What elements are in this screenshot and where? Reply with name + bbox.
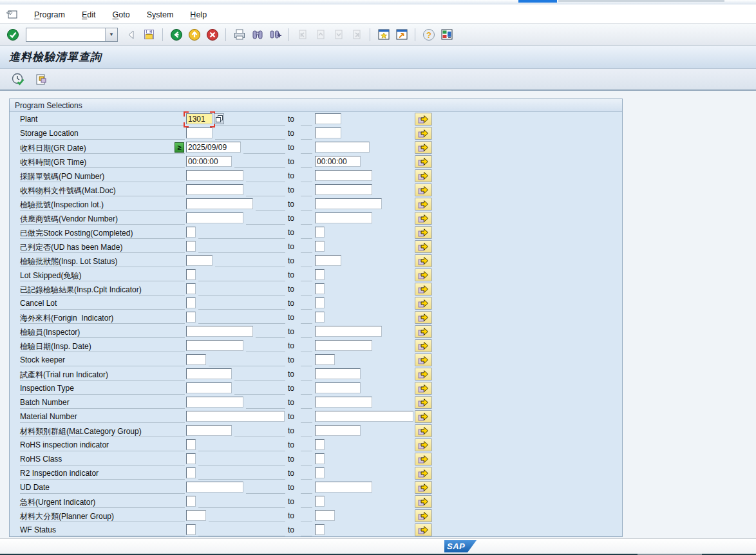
multiple-selection-button-foreign-indicator[interactable] [415,311,432,324]
field-insp-date-to[interactable] [315,340,372,351]
find-next-icon[interactable] [268,27,283,42]
field-urgent-to[interactable] [315,496,325,507]
menu-program[interactable]: Program [26,7,73,23]
field-gr-date-to[interactable] [315,142,370,153]
field-ud-date-to[interactable] [315,482,372,493]
field-planner-group-from[interactable] [186,510,206,521]
field-rohs-class-to[interactable] [315,453,325,464]
menu-system[interactable]: System [138,7,182,23]
field-rohs-class-from[interactable] [186,453,196,464]
field-insp-date-from[interactable] [186,340,243,351]
nav-exit-icon[interactable] [187,27,202,42]
multiple-selection-button-gr-time[interactable] [415,155,432,168]
find-icon[interactable] [250,27,265,42]
field-batch-number-to[interactable] [315,397,372,408]
first-page-icon[interactable] [295,27,310,42]
create-shortcut-icon[interactable] [394,27,409,42]
field-po-number-from[interactable] [186,170,243,181]
multiple-selection-button-po-number[interactable] [415,169,432,182]
field-batch-number-from[interactable] [186,397,243,408]
multiple-selection-button-completed[interactable] [415,226,432,239]
field-inspector-from[interactable] [186,326,253,337]
page-up-icon[interactable] [313,27,328,42]
help-icon[interactable]: ? [421,27,436,42]
field-gr-time-to[interactable] [315,156,361,167]
multiple-selection-button-storage-location[interactable] [415,127,432,140]
multiple-selection-button-r2-inspection[interactable] [415,467,432,480]
field-ud-date-from[interactable] [186,482,243,493]
command-dropdown-icon[interactable]: ▼ [105,28,117,41]
save-icon[interactable] [142,27,156,42]
multiple-selection-button-mat-category-group[interactable] [415,424,432,437]
field-stock-keeper-to[interactable] [315,354,335,365]
field-insp-lot-status-from[interactable] [186,255,213,266]
last-page-icon[interactable] [349,27,364,42]
field-ud-made-to[interactable] [315,241,325,252]
field-wf-status-to[interactable] [315,524,325,535]
multiple-selection-button-inspection-lot[interactable] [415,198,432,211]
multiple-selection-button-inspector[interactable] [415,325,432,338]
field-insp-cplt-from[interactable] [186,283,196,294]
new-session-icon[interactable] [376,27,391,42]
multiple-selection-button-cancel-lot[interactable] [415,297,432,310]
command-input[interactable] [26,30,105,40]
field-plant-from[interactable] [186,113,213,124]
multiple-selection-button-material-number[interactable] [415,410,432,423]
menu-goto[interactable]: Goto [104,7,138,23]
field-lot-skipped-from[interactable] [186,269,196,280]
field-foreign-indicator-to[interactable] [315,312,325,323]
possible-entries-icon[interactable] [214,113,224,124]
field-material-number-from[interactable] [186,411,285,422]
field-inspection-lot-from[interactable] [186,198,253,209]
field-inspector-to[interactable] [315,326,382,337]
field-inspection-type-from[interactable] [186,382,232,393]
multiple-selection-button-lot-skipped[interactable] [415,268,432,281]
customize-layout-icon[interactable] [439,27,454,42]
page-down-icon[interactable] [331,27,346,42]
field-mat-doc-from[interactable] [186,184,243,195]
field-material-number-to[interactable] [315,411,413,422]
field-mat-category-group-to[interactable] [315,425,361,436]
field-rohs-inspection-from[interactable] [186,439,196,450]
multiple-selection-button-insp-cplt[interactable] [415,283,432,296]
field-plant-to[interactable] [315,113,341,124]
field-trial-run-to[interactable] [315,368,361,379]
multiple-selection-button-planner-group[interactable] [415,509,432,522]
multiple-selection-button-gr-date[interactable] [415,141,432,154]
field-planner-group-to[interactable] [315,510,335,521]
field-gr-time-from[interactable] [186,156,232,167]
multiple-selection-button-insp-date[interactable] [415,339,432,352]
field-stock-keeper-from[interactable] [186,354,206,365]
field-cancel-lot-from[interactable] [186,297,196,308]
field-insp-cplt-to[interactable] [315,283,325,294]
print-icon[interactable] [232,27,247,42]
field-ud-made-from[interactable] [186,241,196,252]
multiple-selection-button-rohs-class[interactable] [415,453,432,466]
multiple-selection-button-vendor-number[interactable] [415,212,432,225]
field-lot-skipped-to[interactable] [315,269,325,280]
multiple-selection-button-trial-run[interactable] [415,368,432,381]
menu-help[interactable]: Help [182,7,215,23]
field-r2-inspection-from[interactable] [186,467,196,478]
multiple-selection-button-wf-status[interactable] [415,523,432,536]
nav-cancel-icon[interactable] [205,27,220,42]
screen-context-icon[interactable] [6,9,19,19]
multiple-selection-button-ud-made[interactable] [415,240,432,253]
field-storage-location-from[interactable] [186,127,213,138]
field-vendor-number-to[interactable] [315,212,372,223]
field-insp-lot-status-to[interactable] [315,255,341,266]
field-storage-location-to[interactable] [315,127,341,138]
field-r2-inspection-to[interactable] [315,467,325,478]
multiple-selection-button-rohs-inspection[interactable] [415,438,432,451]
get-variant-icon[interactable] [33,71,49,87]
multiple-selection-button-inspection-type[interactable] [415,382,432,395]
nav-back-icon[interactable] [169,27,184,42]
field-vendor-number-from[interactable] [186,212,243,223]
field-rohs-inspection-to[interactable] [315,439,325,450]
back-triangle-icon[interactable] [124,27,138,42]
multiple-selection-button-stock-keeper[interactable] [415,353,432,366]
field-mat-doc-to[interactable] [315,184,372,195]
greater-equal-icon[interactable]: ≥ [175,142,184,153]
execute-icon[interactable] [10,71,26,87]
multiple-selection-button-insp-lot-status[interactable] [415,254,432,267]
